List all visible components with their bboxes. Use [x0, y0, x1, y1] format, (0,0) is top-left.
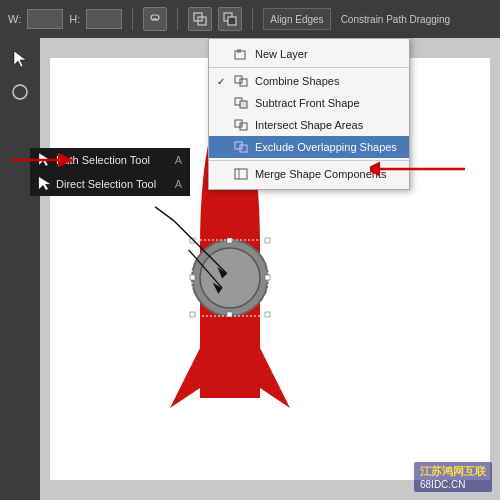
subtract-front-label: Subtract Front Shape: [255, 97, 360, 109]
subtract-front-item[interactable]: Subtract Front Shape: [209, 92, 409, 114]
svg-marker-24: [39, 177, 50, 190]
intersect-areas-item[interactable]: Intersect Shape Areas: [209, 114, 409, 136]
constrain-path-label: Constrain Path Dragging: [341, 14, 451, 25]
direct-tool-arrow-icon: [38, 176, 50, 192]
direct-selection-tool-item[interactable]: Direct Selection Tool A: [30, 172, 190, 196]
toolbar-separator-2: [177, 8, 178, 30]
ellipse-tool-button[interactable]: [6, 78, 34, 106]
svg-marker-22: [213, 282, 223, 293]
toolbar-separator-3: [252, 8, 253, 30]
direct-selection-label: Direct Selection Tool: [56, 178, 156, 190]
toolbar: W: H: Align Edges Constrain Path Draggin…: [0, 0, 500, 38]
left-sidebar: [0, 38, 40, 500]
svg-point-5: [13, 85, 27, 99]
red-arrow-to-tools: [5, 145, 85, 175]
exclude-overlapping-label: Exclude Overlapping Shapes: [255, 141, 397, 153]
direct-selection-shortcut: A: [175, 178, 182, 190]
combine-shapes-menu-icon: [233, 74, 249, 88]
w-label: W:: [8, 13, 21, 25]
svg-rect-33: [240, 101, 247, 108]
link-icon[interactable]: [143, 7, 167, 31]
watermark-line2: 68IDC.CN: [420, 479, 486, 490]
toolbar-separator-1: [132, 8, 133, 30]
selection-tool-button[interactable]: [6, 44, 34, 72]
svg-line-18: [174, 221, 227, 274]
intersect-areas-menu-icon: [233, 118, 249, 132]
align-edges-button[interactable]: Align Edges: [263, 8, 330, 30]
h-input[interactable]: [86, 9, 122, 29]
merge-components-label: Merge Shape Components: [255, 168, 386, 180]
combine-shapes-item[interactable]: ✓ Combine Shapes: [209, 70, 409, 92]
svg-line-21: [189, 250, 222, 288]
exclude-overlapping-menu-icon: [233, 140, 249, 154]
combine-check: ✓: [217, 76, 225, 87]
svg-line-19: [155, 207, 174, 221]
subtract-front-menu-icon: [233, 96, 249, 110]
red-arrow-to-exclude: [370, 157, 470, 181]
watermark: 江苏鸿网互联 68IDC.CN: [414, 462, 492, 492]
svg-marker-4: [14, 51, 26, 67]
svg-rect-36: [240, 123, 242, 127]
h-label: H:: [69, 13, 80, 25]
svg-rect-3: [228, 17, 236, 25]
combine-shapes-icon[interactable]: [188, 7, 212, 31]
svg-rect-39: [235, 169, 247, 179]
new-layer-item[interactable]: New Layer: [209, 43, 409, 65]
merge-components-menu-icon: [233, 167, 249, 181]
subtract-shape-icon[interactable]: [218, 7, 242, 31]
intersect-areas-label: Intersect Shape Areas: [255, 119, 363, 131]
path-selection-shortcut: A: [175, 154, 182, 166]
exclude-overlapping-item[interactable]: Exclude Overlapping Shapes: [209, 136, 409, 158]
w-input[interactable]: [27, 9, 63, 29]
combine-shapes-label: Combine Shapes: [255, 75, 339, 87]
new-layer-label: New Layer: [255, 48, 308, 60]
menu-divider-1: [209, 67, 409, 68]
watermark-line1: 江苏鸿网互联: [420, 464, 486, 479]
new-layer-icon: [233, 47, 249, 61]
